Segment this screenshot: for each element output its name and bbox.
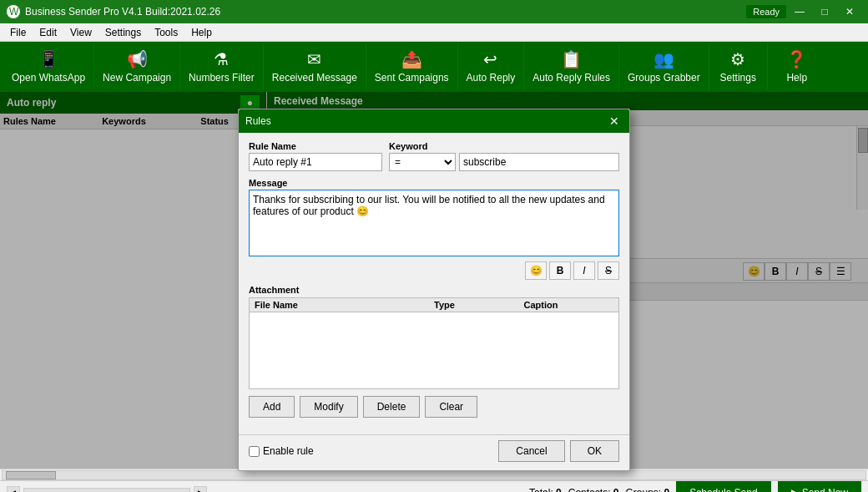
toolbar: 📱 Open WhatsApp 📢 New Campaign ⚗ Numbers…	[0, 42, 868, 92]
open-whatsapp-btn[interactable]: 📱 Open WhatsApp	[3, 43, 94, 90]
help-icon: ❓	[786, 49, 807, 69]
numbers-filter-icon: ⚗	[214, 49, 229, 69]
enable-rule-text: Enable rule	[263, 445, 314, 457]
total-value: 0	[556, 487, 562, 493]
modal-overlay: Rules ✕ Rule Name Keyword =	[0, 92, 868, 469]
status-left: ◄ ►	[7, 486, 207, 493]
enable-rule-checkbox[interactable]	[249, 446, 260, 457]
open-whatsapp-label: Open WhatsApp	[12, 72, 85, 84]
received-message-btn[interactable]: ✉ Received Message	[264, 43, 366, 90]
sent-campaigns-btn[interactable]: 📤 Sent Campaigns	[366, 43, 458, 90]
maximize-btn[interactable]: □	[813, 3, 836, 20]
modify-btn[interactable]: Modify	[300, 396, 357, 418]
dialog-close-btn[interactable]: ✕	[606, 113, 623, 129]
col-caption: Caption	[524, 300, 614, 310]
keyword-group: Keyword = contains starts with ends with	[389, 141, 619, 171]
attachment-label: Attachment	[249, 285, 619, 295]
total-label: Total: 0	[529, 487, 562, 493]
menu-settings[interactable]: Settings	[98, 25, 148, 40]
sent-campaigns-label: Sent Campaigns	[375, 72, 449, 84]
delete-btn[interactable]: Delete	[363, 396, 421, 418]
dialog-body: Rule Name Keyword = contains starts with…	[239, 133, 629, 434]
message-textarea[interactable]: Thanks for subscribing to our list. You …	[249, 190, 619, 256]
message-group: Message Thanks for subscribing to our li…	[249, 178, 619, 259]
contacts-value: 0	[613, 487, 619, 493]
col-file-name: File Name	[255, 300, 434, 310]
rule-name-group: Rule Name	[249, 141, 382, 171]
help-btn[interactable]: ❓ Help	[768, 43, 826, 90]
send-now-label: Send Now	[802, 487, 848, 493]
h-scrollbar-track[interactable]	[2, 470, 866, 480]
strike-btn[interactable]: S	[598, 261, 619, 280]
auto-reply-icon: ↩	[483, 49, 497, 69]
action-buttons: Add Modify Delete Clear	[249, 396, 619, 418]
auto-reply-btn[interactable]: ↩ Auto Reply	[458, 43, 525, 90]
status-right: Total: 0 Contacts: 0 Groups: 0 Schedule …	[529, 481, 861, 493]
scroll-right-btn[interactable]: ►	[194, 486, 207, 493]
h-scrollbar-thumb	[6, 471, 56, 479]
new-campaign-btn[interactable]: 📢 New Campaign	[94, 43, 180, 90]
app-icon: W	[7, 5, 20, 18]
dialog-footer: Enable rule Cancel OK	[239, 434, 629, 470]
bold-btn[interactable]: B	[549, 261, 571, 280]
groups-label: Groups: 0	[626, 487, 670, 493]
menu-file[interactable]: File	[3, 25, 33, 40]
received-message-label: Received Message	[272, 72, 357, 84]
settings-btn[interactable]: ⚙ Settings	[709, 43, 768, 90]
clear-btn[interactable]: Clear	[425, 396, 477, 418]
emoji-btn[interactable]: 😊	[525, 261, 547, 280]
auto-reply-rules-btn[interactable]: 📋 Auto Reply Rules	[524, 43, 619, 90]
groups-grabber-btn[interactable]: 👥 Groups Grabber	[619, 43, 709, 90]
auto-reply-label: Auto Reply	[467, 72, 516, 84]
bottom-scrollbar[interactable]	[23, 488, 190, 493]
open-whatsapp-icon: 📱	[38, 49, 59, 69]
settings-label: Settings	[720, 72, 756, 84]
enable-rule-label[interactable]: Enable rule	[249, 445, 314, 457]
keyword-label: Keyword	[389, 141, 619, 151]
cancel-btn[interactable]: Cancel	[498, 440, 564, 462]
groups-grabber-icon: 👥	[654, 49, 674, 69]
menu-edit[interactable]: Edit	[33, 25, 63, 40]
keyword-operator-select[interactable]: = contains starts with ends with	[389, 153, 456, 171]
close-btn[interactable]: ✕	[838, 3, 861, 20]
settings-icon: ⚙	[730, 49, 745, 69]
app-title: Business Sender Pro V4.1 Build:2021.02.2…	[25, 6, 220, 18]
add-btn[interactable]: Add	[249, 396, 295, 418]
numbers-filter-btn[interactable]: ⚗ Numbers Filter	[180, 43, 264, 90]
attachment-table-header: File Name Type Caption	[250, 298, 618, 312]
rule-name-input[interactable]	[249, 153, 382, 171]
send-now-btn[interactable]: ▶ Send Now	[778, 481, 861, 493]
attachment-body	[250, 312, 618, 383]
keyword-inputs: = contains starts with ends with	[389, 153, 619, 171]
groups-grabber-label: Groups Grabber	[628, 72, 700, 84]
received-message-icon: ✉	[307, 49, 321, 69]
rule-keyword-row: Rule Name Keyword = contains starts with…	[249, 141, 619, 171]
new-campaign-icon: 📢	[127, 49, 148, 69]
svg-text:W: W	[9, 7, 18, 17]
italic-btn[interactable]: I	[573, 261, 595, 280]
menu-bar: File Edit View Settings Tools Help	[0, 23, 868, 42]
ok-btn[interactable]: OK	[570, 440, 619, 462]
auto-reply-rules-label: Auto Reply Rules	[532, 72, 610, 84]
contacts-label: Contacts: 0	[568, 487, 619, 493]
dialog-title: Rules	[245, 115, 271, 127]
schedule-send-btn[interactable]: Schedule Send	[676, 481, 770, 493]
keyword-value-input[interactable]	[459, 153, 619, 171]
minimize-btn[interactable]: —	[788, 3, 811, 20]
help-label: Help	[786, 72, 807, 84]
menu-view[interactable]: View	[63, 25, 98, 40]
menu-tools[interactable]: Tools	[148, 25, 184, 40]
new-campaign-label: New Campaign	[103, 72, 171, 84]
title-bar: W Business Sender Pro V4.1 Build:2021.02…	[0, 0, 868, 23]
groups-value: 0	[664, 487, 670, 493]
send-icon: ▶	[791, 487, 799, 493]
auto-reply-rules-icon: 📋	[561, 49, 582, 69]
rule-name-label: Rule Name	[249, 141, 382, 151]
rules-dialog: Rules ✕ Rule Name Keyword =	[238, 109, 630, 471]
dialog-title-bar: Rules ✕	[239, 109, 629, 133]
menu-help[interactable]: Help	[184, 25, 219, 40]
sent-campaigns-icon: 📤	[401, 49, 422, 69]
scroll-left-btn[interactable]: ◄	[7, 486, 20, 493]
attachment-section: Attachment File Name Type Caption	[249, 285, 619, 389]
col-type: Type	[434, 300, 524, 310]
